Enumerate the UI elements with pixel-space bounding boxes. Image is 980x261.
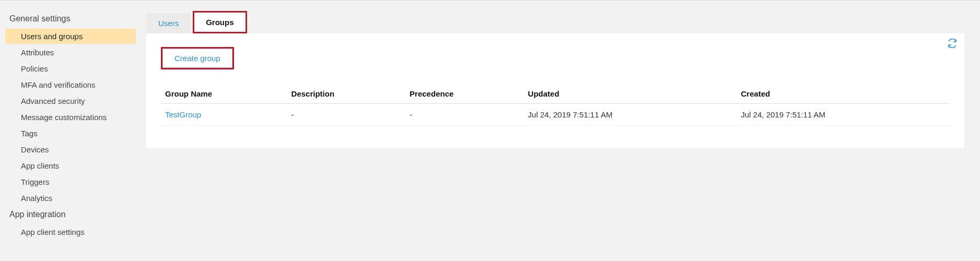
col-precedence: Precedence bbox=[405, 84, 524, 104]
table-header-row: Group Name Description Precedence Update… bbox=[161, 84, 950, 104]
sidebar-item-policies[interactable]: Policies bbox=[5, 61, 136, 76]
cell-group-name[interactable]: TestGroup bbox=[161, 104, 287, 126]
col-created: Created bbox=[737, 84, 950, 104]
sidebar-item-triggers[interactable]: Triggers bbox=[5, 174, 136, 189]
sidebar: General settings Users and groups Attrib… bbox=[0, 1, 136, 261]
cell-updated: Jul 24, 2019 7:51:11 AM bbox=[524, 104, 737, 126]
sidebar-item-app-clients[interactable]: App clients bbox=[5, 158, 136, 173]
col-updated: Updated bbox=[524, 84, 737, 104]
sidebar-item-mfa[interactable]: MFA and verifications bbox=[5, 77, 136, 92]
cell-description: - bbox=[287, 104, 406, 126]
sidebar-item-app-client-settings[interactable]: App client settings bbox=[5, 224, 136, 240]
col-description: Description bbox=[287, 84, 406, 104]
groups-table: Group Name Description Precedence Update… bbox=[161, 84, 950, 126]
sidebar-item-attributes[interactable]: Attributes bbox=[5, 45, 136, 60]
sidebar-item-tags[interactable]: Tags bbox=[5, 126, 136, 141]
main-content: Users Groups Create group Group Name bbox=[136, 1, 980, 261]
cell-precedence: - bbox=[405, 104, 524, 126]
sidebar-heading-app-integration: App integration bbox=[5, 207, 136, 222]
sidebar-item-message-customizations[interactable]: Message customizations bbox=[5, 110, 136, 125]
groups-panel: Create group Group Name Description Prec… bbox=[146, 33, 964, 148]
sidebar-item-advanced-security[interactable]: Advanced security bbox=[5, 93, 136, 109]
refresh-icon[interactable] bbox=[948, 39, 957, 48]
sidebar-heading-general: General settings bbox=[5, 11, 136, 27]
sidebar-item-devices[interactable]: Devices bbox=[5, 142, 136, 157]
cell-created: Jul 24, 2019 7:51:11 AM bbox=[737, 104, 950, 126]
tab-groups[interactable]: Groups bbox=[193, 11, 247, 33]
table-row: TestGroup - - Jul 24, 2019 7:51:11 AM Ju… bbox=[161, 104, 950, 126]
create-group-button[interactable]: Create group bbox=[162, 49, 232, 68]
tab-users[interactable]: Users bbox=[146, 13, 191, 33]
sidebar-item-analytics[interactable]: Analytics bbox=[5, 191, 136, 206]
create-group-highlight: Create group bbox=[161, 47, 234, 69]
col-group-name: Group Name bbox=[161, 84, 287, 104]
tabs: Users Groups bbox=[146, 11, 964, 33]
sidebar-item-users-and-groups[interactable]: Users and groups bbox=[5, 29, 136, 44]
